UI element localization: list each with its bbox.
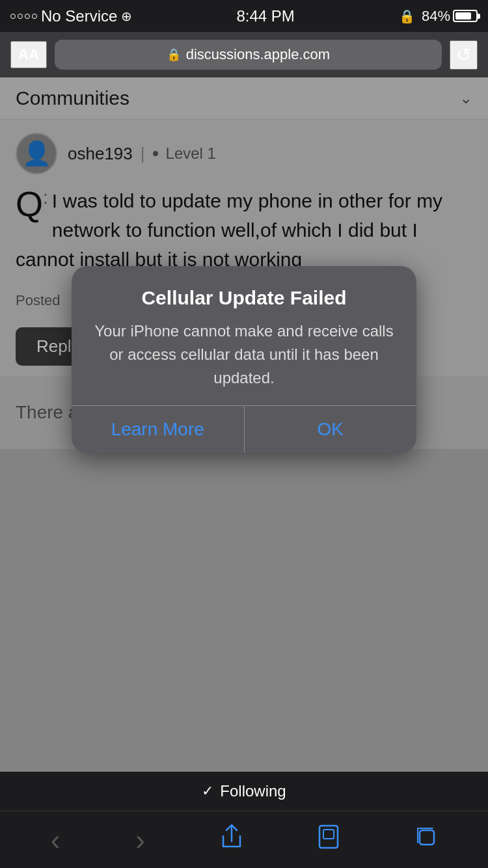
- signal-dot-1: [10, 14, 16, 19]
- following-bar[interactable]: ✓ Following: [0, 772, 488, 811]
- modal-title: Cellular Update Failed: [92, 287, 396, 309]
- time-label: 8:44 PM: [236, 7, 294, 25]
- carrier-label: No Service: [41, 7, 117, 25]
- back-button[interactable]: ‹: [40, 819, 71, 861]
- status-left: No Service ⊕: [10, 7, 132, 25]
- signal-dots: [10, 14, 37, 19]
- share-icon: [221, 824, 243, 849]
- browser-bar: AA 🔒 discussions.apple.com ↺: [0, 32, 488, 77]
- modal-body: Your iPhone cannot make and receive call…: [92, 319, 396, 390]
- battery-icon: [453, 10, 478, 22]
- tabs-icon: [415, 826, 437, 848]
- status-bar: No Service ⊕ 8:44 PM 🔒 84%: [0, 0, 488, 32]
- tabs-button[interactable]: [405, 821, 448, 859]
- signal-dot-2: [18, 14, 23, 19]
- bottom-nav: ‹ ›: [0, 811, 488, 868]
- battery-indicator: 84%: [422, 8, 478, 25]
- svg-rect-1: [323, 830, 334, 839]
- modal-content: Cellular Update Failed Your iPhone canno…: [72, 266, 416, 405]
- forward-button[interactable]: ›: [125, 819, 156, 861]
- wifi-icon: ⊕: [121, 8, 132, 24]
- status-right: 🔒 84%: [399, 8, 478, 25]
- lock-icon: 🔒: [167, 47, 181, 62]
- following-label: Following: [220, 782, 286, 800]
- battery-percent: 84%: [422, 8, 450, 25]
- modal-buttons: Learn More OK: [72, 406, 416, 453]
- share-button[interactable]: [210, 819, 253, 860]
- url-bar[interactable]: 🔒 discussions.apple.com: [55, 40, 442, 70]
- full-page: No Service ⊕ 8:44 PM 🔒 84% AA 🔒 discussi…: [0, 0, 488, 868]
- check-icon: ✓: [202, 783, 213, 800]
- modal-overlay: Cellular Update Failed Your iPhone canno…: [0, 77, 488, 772]
- bookmarks-icon: [318, 824, 340, 849]
- bookmarks-button[interactable]: [307, 819, 350, 860]
- battery-fill: [455, 12, 471, 20]
- url-text: discussions.apple.com: [186, 46, 330, 63]
- svg-rect-2: [420, 830, 434, 845]
- page-content: Communities ⌄ 👤 oshe193 | Level 1 Q:: [0, 77, 488, 772]
- lock-status-icon: 🔒: [399, 8, 415, 24]
- learn-more-button[interactable]: Learn More: [72, 406, 244, 453]
- aa-button[interactable]: AA: [10, 41, 47, 68]
- signal-dot-4: [32, 14, 37, 19]
- reload-button[interactable]: ↺: [450, 40, 478, 70]
- signal-dot-3: [25, 14, 30, 19]
- ok-button[interactable]: OK: [245, 406, 417, 453]
- alert-dialog: Cellular Update Failed Your iPhone canno…: [72, 266, 416, 453]
